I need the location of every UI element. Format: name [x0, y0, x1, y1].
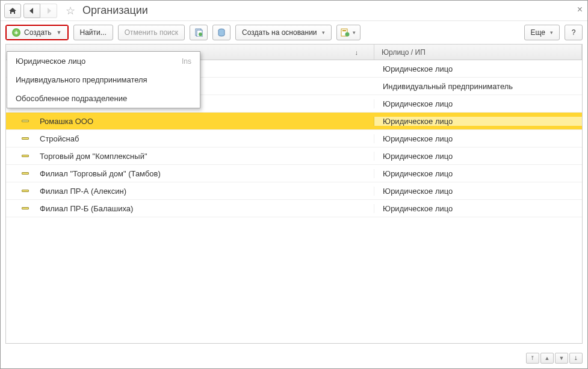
close-button[interactable]: ×: [577, 4, 583, 15]
cell-type: Индивидуальный предприниматель: [374, 82, 582, 91]
chevron-down-icon: ▾: [322, 29, 325, 36]
toolbar-action-3[interactable]: ▾: [336, 25, 361, 40]
window-header: ☆ Организации ×: [1, 1, 587, 21]
more-button-label: Еще: [531, 28, 545, 37]
row-name-label: Филиал ПР-А (Алексин): [40, 187, 126, 196]
column-type-label: Юрлицо / ИП: [382, 48, 426, 57]
create-based-on-label: Создать на основании: [242, 28, 317, 37]
dropdown-item-subdivision[interactable]: Обособленное подразделение: [7, 89, 200, 108]
cancel-search-button: Отменить поиск: [118, 25, 185, 40]
table-row[interactable]: СтройснабЮридическое лицо: [6, 130, 582, 147]
document-copy-icon: [194, 28, 203, 37]
table-row[interactable]: Ромашка ОООЮридическое лицо: [6, 113, 582, 130]
table-scroll-controls: ⤒ ▲ ▼ ⤓: [5, 353, 583, 365]
toolbar-action-2[interactable]: [212, 25, 231, 40]
row-name-label: Торговый дом "Комплексный": [40, 152, 147, 161]
database-icon: [217, 28, 226, 37]
cell-name: Филиал ПР-Б (Балашиха): [6, 204, 374, 213]
arrow-left-icon: [29, 8, 35, 14]
home-icon: [8, 7, 17, 14]
cell-type: Юридическое лицо: [374, 99, 582, 108]
item-icon: [22, 190, 29, 192]
scroll-top-button[interactable]: ⤒: [526, 353, 539, 364]
report-icon: [341, 28, 350, 37]
chevron-down-icon: ▾: [353, 29, 356, 36]
help-button[interactable]: ?: [565, 25, 583, 40]
find-button[interactable]: Найти...: [73, 25, 113, 40]
cancel-search-label: Отменить поиск: [125, 28, 178, 37]
home-button[interactable]: [4, 4, 21, 18]
row-name-label: Стройснаб: [40, 134, 79, 143]
table-row[interactable]: Филиал ПР-Б (Балашиха)Юридическое лицо: [6, 200, 582, 217]
cell-name: Филиал ПР-А (Алексин): [6, 187, 374, 196]
dropdown-item-legal-entity[interactable]: Юридическое лицо Ins: [7, 52, 200, 70]
toolbar: + Создать ▼ Найти... Отменить поиск Созд…: [1, 21, 587, 44]
scroll-up-button[interactable]: ▲: [540, 353, 554, 364]
row-name-label: Филиал "Торговый дом" (Тамбов): [40, 169, 161, 178]
cell-name: Торговый дом "Комплексный": [6, 152, 374, 161]
create-dropdown: Юридическое лицо Ins Индивидуального пре…: [7, 51, 200, 108]
cell-type: Юридическое лицо: [374, 64, 582, 73]
item-icon: [22, 155, 29, 157]
scroll-bottom-button[interactable]: ⤓: [569, 353, 583, 364]
nav-back-button[interactable]: [23, 4, 40, 18]
column-type[interactable]: Юрлицо / ИП: [374, 45, 582, 60]
nav-group: [23, 4, 57, 18]
table-row[interactable]: Торговый дом "Комплексный"Юридическое ли…: [6, 147, 582, 165]
create-button-label: Создать: [24, 28, 52, 37]
toolbar-action-1[interactable]: [190, 25, 208, 40]
chevron-down-icon: ▾: [550, 29, 553, 36]
scroll-down-button[interactable]: ▼: [555, 353, 568, 364]
find-button-label: Найти...: [80, 28, 107, 37]
arrow-right-icon: [46, 8, 52, 14]
row-name-label: Ромашка ООО: [40, 117, 93, 126]
dropdown-item-label: Обособленное подразделение: [16, 94, 127, 103]
sort-indicator: ↓: [355, 49, 359, 56]
item-icon: [22, 120, 29, 122]
plus-icon: +: [12, 28, 20, 37]
svg-point-6: [345, 33, 350, 37]
item-icon: [22, 172, 29, 175]
nav-forward-button: [40, 4, 57, 18]
help-label: ?: [572, 28, 576, 37]
create-button[interactable]: + Создать ▼: [5, 25, 69, 40]
cell-name: Филиал "Торговый дом" (Тамбов): [6, 169, 374, 178]
cell-type: Юридическое лицо: [374, 204, 582, 213]
table-row[interactable]: Филиал ПР-А (Алексин)Юридическое лицо: [6, 182, 582, 200]
cell-type: Юридическое лицо: [374, 187, 582, 196]
more-button[interactable]: Еще ▾: [524, 25, 560, 40]
favorite-icon[interactable]: ☆: [66, 4, 75, 17]
svg-point-2: [199, 33, 202, 36]
dropdown-item-label: Юридическое лицо: [16, 57, 85, 66]
dropdown-item-label: Индивидуального предпринимателя: [16, 75, 147, 84]
table-row[interactable]: Филиал "Торговый дом" (Тамбов)Юридическо…: [6, 165, 582, 182]
create-based-on-button[interactable]: Создать на основании ▾: [235, 25, 332, 40]
cell-name: Стройснаб: [6, 134, 374, 143]
svg-rect-5: [342, 30, 346, 31]
cell-type: Юридическое лицо: [374, 169, 582, 178]
cell-type: Юридическое лицо: [374, 134, 582, 143]
cell-type: Юридическое лицо: [374, 152, 582, 161]
dropdown-shortcut: Ins: [182, 57, 191, 66]
item-icon: [22, 207, 29, 209]
item-icon: [22, 137, 29, 140]
chevron-down-icon: ▼: [57, 29, 62, 36]
cell-name: Ромашка ООО: [6, 117, 374, 126]
row-name-label: Филиал ПР-Б (Балашиха): [40, 204, 133, 213]
cell-type: Юридическое лицо: [374, 117, 582, 126]
dropdown-item-entrepreneur[interactable]: Индивидуального предпринимателя: [7, 70, 200, 89]
page-title: Организации: [82, 4, 148, 17]
